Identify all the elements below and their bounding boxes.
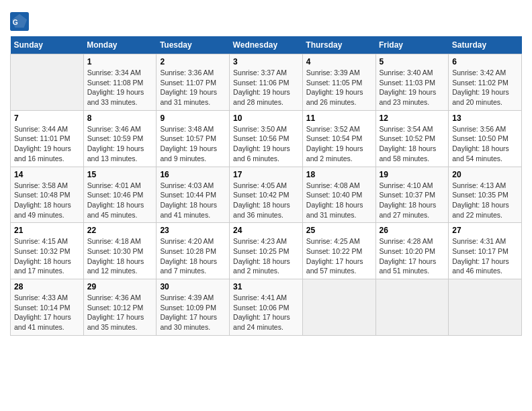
calendar-cell: 21Sunrise: 4:15 AM Sunset: 10:32 PM Dayl…	[11, 223, 84, 279]
calendar-cell: 8Sunrise: 3:46 AM Sunset: 10:59 PM Dayli…	[83, 110, 157, 167]
weekday-header: Wednesday	[230, 36, 303, 54]
day-number: 25	[306, 226, 372, 235]
weekday-header: Tuesday	[157, 36, 230, 54]
day-info: Sunrise: 4:01 AM Sunset: 10:46 PM Daylig…	[87, 181, 153, 220]
day-number: 20	[452, 170, 518, 179]
calendar-body: 1Sunrise: 3:34 AM Sunset: 11:08 PM Dayli…	[11, 54, 522, 336]
calendar-cell	[375, 279, 449, 336]
calendar-cell: 31Sunrise: 4:41 AM Sunset: 10:06 PM Dayl…	[230, 279, 303, 336]
calendar-week-row: 28Sunrise: 4:33 AM Sunset: 10:14 PM Dayl…	[11, 279, 522, 336]
calendar-cell: 19Sunrise: 4:10 AM Sunset: 10:37 PM Dayl…	[375, 167, 449, 223]
day-number: 17	[233, 170, 299, 179]
calendar-cell: 30Sunrise: 4:39 AM Sunset: 10:09 PM Dayl…	[157, 279, 230, 336]
calendar-cell: 26Sunrise: 4:28 AM Sunset: 10:20 PM Dayl…	[375, 223, 449, 279]
day-info: Sunrise: 3:56 AM Sunset: 10:50 PM Daylig…	[452, 124, 518, 164]
day-info: Sunrise: 3:34 AM Sunset: 11:08 PM Daylig…	[87, 68, 153, 107]
calendar-cell: 12Sunrise: 3:54 AM Sunset: 10:52 PM Dayl…	[375, 110, 449, 167]
calendar-cell	[302, 279, 375, 336]
calendar-week-row: 7Sunrise: 3:44 AM Sunset: 11:01 PM Dayli…	[11, 110, 522, 167]
calendar-cell: 28Sunrise: 4:33 AM Sunset: 10:14 PM Dayl…	[11, 279, 84, 336]
day-number: 22	[87, 226, 153, 235]
calendar-cell: 7Sunrise: 3:44 AM Sunset: 11:01 PM Dayli…	[11, 110, 84, 167]
logo-icon: G	[10, 12, 29, 31]
logo: G	[10, 12, 30, 31]
day-info: Sunrise: 4:23 AM Sunset: 10:25 PM Daylig…	[233, 236, 299, 276]
calendar-cell: 1Sunrise: 3:34 AM Sunset: 11:08 PM Dayli…	[83, 54, 157, 111]
day-info: Sunrise: 3:44 AM Sunset: 11:01 PM Daylig…	[14, 124, 80, 164]
day-number: 11	[306, 113, 372, 123]
day-info: Sunrise: 3:42 AM Sunset: 11:02 PM Daylig…	[452, 68, 518, 107]
day-info: Sunrise: 4:36 AM Sunset: 10:12 PM Daylig…	[87, 293, 153, 332]
calendar-cell	[449, 279, 522, 336]
day-number: 6	[452, 57, 518, 66]
calendar-cell: 18Sunrise: 4:08 AM Sunset: 10:40 PM Dayl…	[302, 167, 375, 223]
day-number: 31	[233, 282, 299, 291]
day-info: Sunrise: 4:15 AM Sunset: 10:32 PM Daylig…	[14, 236, 80, 276]
day-number: 13	[452, 113, 518, 123]
calendar-cell: 17Sunrise: 4:05 AM Sunset: 10:42 PM Dayl…	[230, 167, 303, 223]
day-number: 21	[14, 226, 80, 235]
day-info: Sunrise: 4:39 AM Sunset: 10:09 PM Daylig…	[160, 293, 226, 332]
day-info: Sunrise: 3:58 AM Sunset: 10:48 PM Daylig…	[14, 181, 80, 220]
day-info: Sunrise: 4:25 AM Sunset: 10:22 PM Daylig…	[306, 236, 372, 276]
day-number: 12	[380, 113, 445, 123]
day-info: Sunrise: 3:40 AM Sunset: 11:03 PM Daylig…	[380, 68, 445, 107]
day-info: Sunrise: 3:48 AM Sunset: 10:57 PM Daylig…	[160, 124, 226, 164]
calendar-cell: 24Sunrise: 4:23 AM Sunset: 10:25 PM Dayl…	[230, 223, 303, 279]
day-info: Sunrise: 3:54 AM Sunset: 10:52 PM Daylig…	[380, 124, 445, 164]
day-info: Sunrise: 4:18 AM Sunset: 10:30 PM Daylig…	[87, 236, 153, 276]
weekday-header: Saturday	[449, 36, 522, 54]
weekday-header: Friday	[375, 36, 449, 54]
day-number: 24	[233, 226, 299, 235]
day-number: 3	[233, 57, 299, 66]
header: G	[10, 7, 522, 31]
day-number: 1	[87, 57, 153, 66]
day-number: 2	[160, 57, 226, 66]
svg-text:G: G	[13, 19, 18, 26]
day-number: 14	[14, 170, 80, 179]
day-info: Sunrise: 3:37 AM Sunset: 11:06 PM Daylig…	[233, 68, 299, 107]
day-info: Sunrise: 3:52 AM Sunset: 10:54 PM Daylig…	[306, 124, 372, 164]
day-number: 5	[380, 57, 445, 66]
day-number: 26	[380, 226, 445, 235]
day-number: 4	[306, 57, 372, 66]
day-info: Sunrise: 4:05 AM Sunset: 10:42 PM Daylig…	[233, 181, 299, 220]
day-number: 29	[87, 282, 153, 291]
calendar-cell: 16Sunrise: 4:03 AM Sunset: 10:44 PM Dayl…	[157, 167, 230, 223]
calendar-week-row: 1Sunrise: 3:34 AM Sunset: 11:08 PM Dayli…	[11, 54, 522, 111]
day-info: Sunrise: 3:46 AM Sunset: 10:59 PM Daylig…	[87, 124, 153, 164]
calendar-cell: 29Sunrise: 4:36 AM Sunset: 10:12 PM Dayl…	[83, 279, 157, 336]
calendar-cell: 13Sunrise: 3:56 AM Sunset: 10:50 PM Dayl…	[449, 110, 522, 167]
calendar-table: SundayMondayTuesdayWednesdayThursdayFrid…	[10, 36, 522, 336]
calendar-cell: 23Sunrise: 4:20 AM Sunset: 10:28 PM Dayl…	[157, 223, 230, 279]
calendar-cell: 15Sunrise: 4:01 AM Sunset: 10:46 PM Dayl…	[83, 167, 157, 223]
calendar-cell: 4Sunrise: 3:39 AM Sunset: 11:05 PM Dayli…	[302, 54, 375, 111]
calendar-cell: 2Sunrise: 3:36 AM Sunset: 11:07 PM Dayli…	[157, 54, 230, 111]
calendar-week-row: 21Sunrise: 4:15 AM Sunset: 10:32 PM Dayl…	[11, 223, 522, 279]
weekday-header: Sunday	[11, 36, 84, 54]
day-number: 7	[14, 113, 80, 123]
calendar-header: SundayMondayTuesdayWednesdayThursdayFrid…	[11, 36, 522, 54]
calendar-cell: 20Sunrise: 4:13 AM Sunset: 10:35 PM Dayl…	[449, 167, 522, 223]
day-number: 16	[160, 170, 226, 179]
calendar-cell: 6Sunrise: 3:42 AM Sunset: 11:02 PM Dayli…	[449, 54, 522, 111]
day-info: Sunrise: 4:13 AM Sunset: 10:35 PM Daylig…	[452, 181, 518, 220]
day-info: Sunrise: 3:36 AM Sunset: 11:07 PM Daylig…	[160, 68, 226, 107]
day-number: 9	[160, 113, 226, 123]
calendar-cell: 10Sunrise: 3:50 AM Sunset: 10:56 PM Dayl…	[230, 110, 303, 167]
day-number: 28	[14, 282, 80, 291]
calendar-cell: 25Sunrise: 4:25 AM Sunset: 10:22 PM Dayl…	[302, 223, 375, 279]
day-info: Sunrise: 4:28 AM Sunset: 10:20 PM Daylig…	[380, 236, 445, 276]
day-info: Sunrise: 4:10 AM Sunset: 10:37 PM Daylig…	[380, 181, 445, 220]
day-number: 30	[160, 282, 226, 291]
day-info: Sunrise: 4:03 AM Sunset: 10:44 PM Daylig…	[160, 181, 226, 220]
day-info: Sunrise: 4:41 AM Sunset: 10:06 PM Daylig…	[233, 293, 299, 332]
day-info: Sunrise: 4:20 AM Sunset: 10:28 PM Daylig…	[160, 236, 226, 276]
day-number: 18	[306, 170, 372, 179]
day-number: 19	[380, 170, 445, 179]
day-number: 8	[87, 113, 153, 123]
day-info: Sunrise: 3:50 AM Sunset: 10:56 PM Daylig…	[233, 124, 299, 164]
day-number: 15	[87, 170, 153, 179]
calendar-cell: 27Sunrise: 4:31 AM Sunset: 10:17 PM Dayl…	[449, 223, 522, 279]
weekday-header: Monday	[83, 36, 157, 54]
